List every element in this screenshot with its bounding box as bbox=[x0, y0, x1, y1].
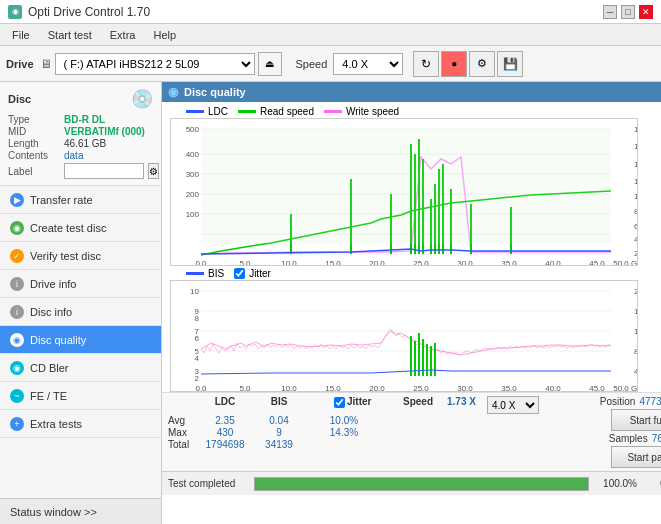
nav-disc-quality[interactable]: ◉ Disc quality bbox=[0, 326, 161, 354]
content-area: ◉ Disc quality LDC Read speed Write spee… bbox=[162, 82, 661, 524]
disc-icon: 💿 bbox=[131, 88, 153, 110]
nav-transfer-rate[interactable]: ▶ Transfer rate bbox=[0, 186, 161, 214]
nav-label-fe-te: FE / TE bbox=[30, 390, 67, 402]
svg-text:25.0: 25.0 bbox=[413, 384, 429, 392]
maximize-button[interactable]: □ bbox=[621, 5, 635, 19]
nav-create-test-disc[interactable]: ◉ Create test disc bbox=[0, 214, 161, 242]
total-ldc: 1794698 bbox=[196, 439, 254, 450]
contents-value: data bbox=[64, 150, 83, 161]
svg-text:6: 6 bbox=[195, 334, 200, 343]
svg-text:16X: 16X bbox=[634, 142, 638, 151]
svg-text:45.0: 45.0 bbox=[589, 259, 605, 266]
jitter-stats-checkbox[interactable] bbox=[334, 397, 345, 408]
top-chart-svg: 500 400 300 200 100 0.0 5.0 10.0 15.0 20… bbox=[170, 118, 638, 266]
legend-jitter: Jitter bbox=[234, 268, 271, 279]
legend-bis-label: BIS bbox=[208, 268, 224, 279]
nav-extra-tests[interactable]: + Extra tests bbox=[0, 410, 161, 438]
menu-extra[interactable]: Extra bbox=[102, 27, 144, 43]
progress-outer bbox=[254, 477, 589, 491]
drive-label: Drive bbox=[6, 58, 34, 70]
label-button[interactable]: ⚙ bbox=[148, 163, 159, 179]
length-label: Length bbox=[8, 138, 60, 149]
mid-label: MID bbox=[8, 126, 60, 137]
nav-drive-info[interactable]: i Drive info bbox=[0, 270, 161, 298]
chart-title: Disc quality bbox=[184, 86, 246, 98]
svg-text:10.0: 10.0 bbox=[281, 384, 297, 392]
stats-headers: LDC BIS Jitter Speed 1.73 X 4.0 X bbox=[196, 396, 539, 414]
svg-text:15.0: 15.0 bbox=[325, 384, 341, 392]
col-jitter: Jitter bbox=[347, 396, 397, 414]
svg-text:20%: 20% bbox=[634, 287, 638, 296]
nav-disc-info[interactable]: i Disc info bbox=[0, 298, 161, 326]
bottom-chart-area: BIS Jitter 10 9 bbox=[162, 266, 661, 392]
disc-label-row: Label ⚙ bbox=[8, 163, 153, 179]
disc-info-icon: i bbox=[10, 305, 24, 319]
transfer-rate-icon: ▶ bbox=[10, 193, 24, 207]
max-bis: 9 bbox=[254, 427, 304, 438]
fe-te-icon: ~ bbox=[10, 389, 24, 403]
disc-header: Disc 💿 bbox=[8, 88, 153, 110]
svg-text:10.0: 10.0 bbox=[281, 259, 297, 266]
bis-color bbox=[186, 272, 204, 275]
svg-text:16%: 16% bbox=[634, 307, 638, 316]
ldc-color bbox=[186, 110, 204, 113]
legend-write-label: Write speed bbox=[346, 106, 399, 117]
start-part-button[interactable]: Start part bbox=[611, 446, 661, 468]
menu-start-test[interactable]: Start test bbox=[40, 27, 100, 43]
nav-cd-bler[interactable]: ◉ CD Bler bbox=[0, 354, 161, 382]
minimize-button[interactable]: ─ bbox=[603, 5, 617, 19]
extra-tests-icon: + bbox=[10, 417, 24, 431]
refresh-button[interactable]: ↻ bbox=[413, 51, 439, 77]
nav-verify-test-disc[interactable]: ✓ Verify test disc bbox=[0, 242, 161, 270]
menu-file[interactable]: File bbox=[4, 27, 38, 43]
svg-text:14X: 14X bbox=[634, 160, 638, 169]
svg-text:GB: GB bbox=[631, 259, 638, 266]
svg-text:5.0: 5.0 bbox=[239, 259, 251, 266]
svg-text:35.0: 35.0 bbox=[501, 384, 517, 392]
save-button[interactable]: 💾 bbox=[497, 51, 523, 77]
create-test-disc-icon: ◉ bbox=[10, 221, 24, 235]
svg-text:10: 10 bbox=[190, 287, 199, 296]
speed-select-stats[interactable]: 4.0 X bbox=[487, 396, 539, 414]
svg-text:0.0: 0.0 bbox=[195, 384, 207, 392]
menu-help[interactable]: Help bbox=[145, 27, 184, 43]
disc-panel: Disc 💿 Type BD-R DL MID VERBATIMf (000) … bbox=[0, 82, 161, 186]
stats-total-row: Total 1794698 34139 bbox=[168, 439, 539, 450]
nav-label-transfer-rate: Transfer rate bbox=[30, 194, 93, 206]
speed-label: Speed bbox=[296, 58, 328, 70]
eject-button[interactable]: ⏏ bbox=[258, 52, 282, 76]
start-full-button[interactable]: Start full bbox=[611, 409, 661, 431]
verify-test-disc-icon: ✓ bbox=[10, 249, 24, 263]
avg-jitter: 10.0% bbox=[304, 415, 384, 426]
titlebar-left: ◉ Opti Drive Control 1.70 bbox=[8, 5, 150, 19]
stats-avg-row: Avg 2.35 0.04 10.0% bbox=[168, 415, 539, 426]
svg-text:30.0: 30.0 bbox=[457, 259, 473, 266]
samples-row: Samples 763199 bbox=[609, 433, 661, 444]
read-speed-color bbox=[238, 110, 256, 113]
drivebar: Drive 🖥 ( F:) ATAPI iHBS212 2 5L09 ⏏ Spe… bbox=[0, 46, 661, 82]
menubar: File Start test Extra Help bbox=[0, 24, 661, 46]
disc-contents-row: Contents data bbox=[8, 150, 153, 161]
nav-label-disc-quality: Disc quality bbox=[30, 334, 86, 346]
stats-area: LDC BIS Jitter Speed 1.73 X 4.0 X Avg 2.… bbox=[162, 392, 661, 471]
disc-length-row: Length 46.61 GB bbox=[8, 138, 153, 149]
nav-label-disc-info: Disc info bbox=[30, 306, 72, 318]
close-button[interactable]: ✕ bbox=[639, 5, 653, 19]
drive-select[interactable]: ( F:) ATAPI iHBS212 2 5L09 bbox=[55, 53, 255, 75]
record-button[interactable]: ● bbox=[441, 51, 467, 77]
position-value: 47731 MB bbox=[639, 396, 661, 407]
tools-button[interactable]: ⚙ bbox=[469, 51, 495, 77]
disc-mid-row: MID VERBATIMf (000) bbox=[8, 126, 153, 137]
speed-select[interactable]: 4.0 X 2.0 X 8.0 X bbox=[333, 53, 403, 75]
label-input[interactable] bbox=[64, 163, 144, 179]
stats-table: LDC BIS Jitter Speed 1.73 X 4.0 X Avg 2.… bbox=[168, 396, 539, 450]
mid-value: VERBATIMf (000) bbox=[64, 126, 145, 137]
status-window-button[interactable]: Status window >> bbox=[0, 498, 161, 524]
nav-fe-te[interactable]: ~ FE / TE bbox=[0, 382, 161, 410]
bottom-chart-container: 10 9 8 7 6 5 4 3 2 0.0 5.0 10.0 15.0 20.… bbox=[170, 280, 661, 392]
disc-title: Disc bbox=[8, 93, 31, 105]
col-bis: BIS bbox=[254, 396, 304, 414]
write-speed-color bbox=[324, 110, 342, 113]
jitter-checkbox[interactable] bbox=[234, 268, 245, 279]
max-ldc: 430 bbox=[196, 427, 254, 438]
